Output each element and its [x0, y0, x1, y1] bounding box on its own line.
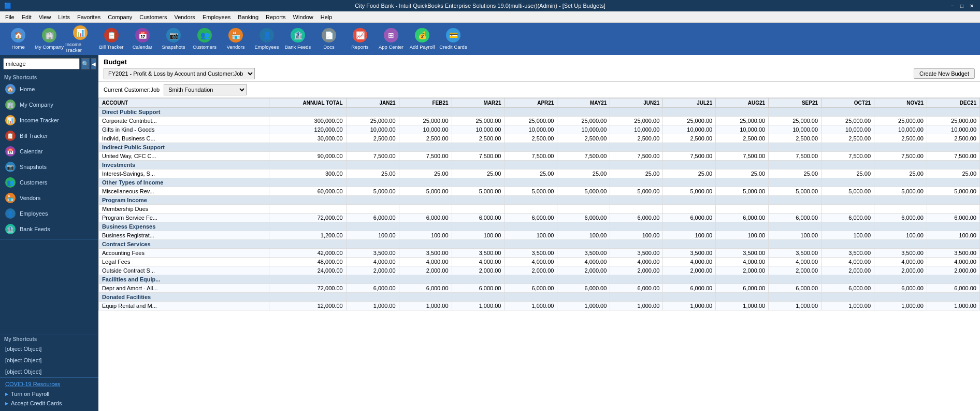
toolbar-customers[interactable]: 👥 Customers [190, 25, 220, 53]
table-row[interactable]: United Way, CFC C...90,000.007,500.007,5… [99, 152, 980, 161]
table-row[interactable]: Gifts in Kind - Goods120,000.0010,000.00… [99, 125, 980, 134]
table-row[interactable]: Legal Fees48,000.004,000.004,000.004,000… [99, 258, 980, 266]
menu-item-favorites[interactable]: Favorites [74, 13, 104, 21]
table-row-category[interactable]: Facilities and Equip... [99, 275, 980, 284]
search-input[interactable] [3, 58, 80, 69]
sidebar-open-windows[interactable]: [object Object] [0, 366, 98, 377]
table-row[interactable]: Corporate Contribut...300,000.0025,000.0… [99, 117, 980, 125]
table-cell-account[interactable]: Legal Fees [99, 258, 269, 266]
toolbar-docs[interactable]: 📄 Docs [314, 25, 344, 53]
sidebar-item-calendar[interactable]: 📅 Calendar [0, 144, 98, 159]
table-row[interactable]: Accounting Fees42,000.003,500.003,500.00… [99, 249, 980, 258]
menu-item-edit[interactable]: Edit [19, 13, 35, 21]
table-row-category[interactable]: Direct Public Support [99, 108, 980, 117]
menu-item-employees[interactable]: Employees [199, 13, 234, 21]
toolbar-app-center[interactable]: ⊞ App Center [376, 25, 406, 53]
toolbar-snapshots[interactable]: 📷 Snapshots [158, 25, 189, 53]
table-row[interactable]: Miscellaneous Rev...60,000.005,000.005,0… [99, 187, 980, 196]
table-cell-account[interactable]: Business Expenses [99, 222, 269, 231]
close-btn[interactable]: ✕ [968, 3, 976, 9]
toolbar-income-tracker[interactable]: 📊 Income Tracker [65, 25, 95, 53]
table-row-category[interactable]: Contract Services [99, 240, 980, 249]
table-row[interactable]: Membership Dues [99, 205, 980, 214]
toolbar-vendors[interactable]: 🏪 Vendors [221, 25, 251, 53]
menu-item-vendors[interactable]: Vendors [171, 13, 198, 21]
table-cell-account[interactable]: Equip Rental and M... [99, 302, 269, 310]
search-button[interactable]: 🔍 [81, 58, 90, 69]
table-cell-account[interactable]: Individ, Business C... [99, 134, 269, 143]
table-cell-account[interactable]: Contract Services [99, 240, 269, 249]
toolbar-bill-tracker[interactable]: 📋 Bill Tracker [96, 25, 126, 53]
table-cell-account[interactable]: Interest-Savings, S... [99, 169, 269, 178]
sidebar-accept-credit-cards[interactable]: Accept Credit Cards [5, 399, 93, 408]
table-row[interactable]: Depr and Amort - All...72,000.006,000.00… [99, 284, 980, 293]
toolbar-reports[interactable]: 📈 Reports [345, 25, 375, 53]
toolbar-home[interactable]: 🏠 Home [3, 25, 33, 53]
covid-link[interactable]: COVID-19 Resources [5, 381, 93, 387]
table-row[interactable]: Equip Rental and M...12,000.001,000.001,… [99, 302, 980, 310]
toolbar-my-company[interactable]: 🏢 My Company [34, 25, 64, 53]
menu-item-window[interactable]: Window [290, 13, 316, 21]
sidebar-turn-on-payroll[interactable]: Turn on Payroll [5, 389, 93, 399]
table-cell-account[interactable]: Corporate Contribut... [99, 117, 269, 125]
table-cell-account[interactable]: Membership Dues [99, 205, 269, 214]
nav-back-btn[interactable]: ◀ [91, 58, 96, 69]
table-cell-account[interactable]: Miscellaneous Rev... [99, 187, 269, 196]
menu-item-lists[interactable]: Lists [55, 13, 73, 21]
sidebar-item-snapshots[interactable]: 📷 Snapshots [0, 159, 98, 175]
table-cell-account[interactable]: Direct Public Support [99, 108, 269, 117]
budget-dropdown[interactable]: FY2021 - Profit & Loss by Account and Cu… [104, 68, 255, 79]
sidebar-view-balances[interactable]: [object Object] [0, 343, 98, 355]
table-cell-account[interactable]: Business Registrat... [99, 231, 269, 240]
menu-item-view[interactable]: View [36, 13, 54, 21]
toolbar-calendar[interactable]: 📅 Calendar [127, 25, 157, 53]
table-cell-account[interactable]: Outside Contract S... [99, 266, 269, 275]
table-row[interactable]: Program Service Fe...72,000.006,000.006,… [99, 214, 980, 222]
maximize-btn[interactable]: □ [958, 3, 965, 9]
table-row-category[interactable]: Other Types of Income [99, 178, 980, 187]
table-cell-account[interactable]: Other Types of Income [99, 178, 269, 187]
menu-item-file[interactable]: File [2, 13, 18, 21]
table-cell-account[interactable]: United Way, CFC C... [99, 152, 269, 161]
toolbar-employees[interactable]: 👤 Employees [252, 25, 282, 53]
menu-item-company[interactable]: Company [105, 13, 135, 21]
sidebar-item-bank-feeds[interactable]: 🏦 Bank Feeds [0, 221, 98, 237]
table-cell-account[interactable]: Depr and Amort - All... [99, 284, 269, 293]
table-row-category[interactable]: Investments [99, 161, 980, 169]
toolbar-credit-cards[interactable]: 💳 Credit Cards [438, 25, 468, 53]
menu-item-help[interactable]: Help [318, 13, 336, 21]
menu-item-banking[interactable]: Banking [235, 13, 262, 21]
customer-job-dropdown[interactable]: Smith Foundation [164, 84, 247, 95]
table-row[interactable]: Individ, Business C...30,000.002,500.002… [99, 134, 980, 143]
sidebar-run-reports[interactable]: [object Object] [0, 355, 98, 366]
toolbar-add-payroll[interactable]: 💰 Add Payroll [407, 25, 437, 53]
budget-table-container[interactable]: ACCOUNT ANNUAL TOTAL JAN21 FEB21 MAR21 A… [98, 98, 980, 411]
table-cell-account[interactable]: Facilities and Equip... [99, 275, 269, 284]
menu-item-customers[interactable]: Customers [136, 13, 170, 21]
table-cell-account[interactable]: Program Income [99, 196, 269, 205]
table-cell-account[interactable]: Program Service Fe... [99, 214, 269, 222]
sidebar-item-vendors[interactable]: 🏪 Vendors [0, 190, 98, 206]
table-cell-account[interactable]: Indirect Public Support [99, 143, 269, 152]
sidebar-item-customers[interactable]: 👥 Customers [0, 175, 98, 190]
sidebar-item-employees[interactable]: 👤 Employees [0, 206, 98, 221]
table-row-category[interactable]: Business Expenses [99, 222, 980, 231]
table-cell-account[interactable]: Investments [99, 161, 269, 169]
minimize-btn[interactable]: − [949, 3, 956, 9]
table-cell-account[interactable]: Gifts in Kind - Goods [99, 125, 269, 134]
window-controls[interactable]: − □ ✕ [949, 3, 976, 9]
table-row[interactable]: Interest-Savings, S...300.0025.0025.0025… [99, 169, 980, 178]
sidebar-item-my-company[interactable]: 🏢 My Company [0, 97, 98, 112]
table-row-category[interactable]: Indirect Public Support [99, 143, 980, 152]
sidebar-item-bill-tracker[interactable]: 📋 Bill Tracker [0, 128, 98, 144]
table-cell-account[interactable]: Accounting Fees [99, 249, 269, 258]
create-new-budget-button[interactable]: Create New Budget [914, 68, 975, 79]
menu-item-reports[interactable]: Reports [263, 13, 289, 21]
table-row-category[interactable]: Donated Facilities [99, 293, 980, 302]
sidebar-item-home[interactable]: 🏠 Home [0, 81, 98, 97]
table-cell-account[interactable]: Donated Facilities [99, 293, 269, 302]
table-row-category[interactable]: Program Income [99, 196, 980, 205]
toolbar-bank-feeds[interactable]: 🏦 Bank Feeds [283, 25, 313, 53]
table-row[interactable]: Business Registrat...1,200.00100.00100.0… [99, 231, 980, 240]
sidebar-item-income-tracker[interactable]: 📊 Income Tracker [0, 112, 98, 128]
